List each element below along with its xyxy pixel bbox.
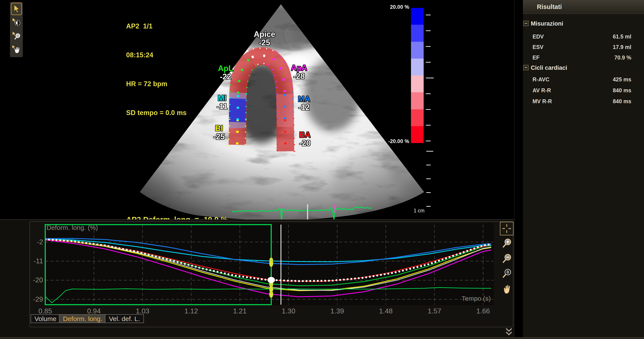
result-row-mv-rr: MV R-R 840 ms bbox=[523, 96, 644, 106]
brightness-tool-button[interactable] bbox=[11, 16, 22, 28]
tab-deform-long[interactable]: Deform. long. bbox=[59, 314, 106, 323]
strain-chart[interactable]: -2-11-20-290.850.941.031.121.211.301.391… bbox=[28, 221, 515, 328]
colorbar-band bbox=[411, 59, 424, 76]
colorbar-max-label: 20.00 % bbox=[370, 4, 409, 10]
depth-ruler-tick bbox=[426, 206, 431, 207]
y-tick-label: -29 bbox=[33, 295, 43, 303]
window-bottom-edge bbox=[0, 337, 644, 339]
x-tick-label: 0.94 bbox=[87, 307, 100, 315]
depth-ruler-tick bbox=[426, 151, 433, 152]
cursor-marker-global bbox=[268, 277, 275, 283]
zoom-in-icon bbox=[501, 237, 512, 249]
colorbar-tick bbox=[426, 78, 434, 78]
x-tick-label: 1.66 bbox=[476, 307, 490, 315]
chart-zoom-out-button[interactable] bbox=[500, 252, 514, 265]
colorbar-tick bbox=[426, 15, 431, 15]
results-sidebar-header: Risultati bbox=[523, 0, 644, 14]
pointer-magnify-icon bbox=[12, 32, 20, 39]
chart-caliper-tool-button[interactable] bbox=[500, 222, 514, 235]
cursor-marker bbox=[269, 285, 273, 292]
hand-icon bbox=[501, 283, 512, 294]
group-misurazioni: − Misurazioni bbox=[523, 19, 644, 29]
result-row-r-avc: R-AVC 425 ms bbox=[523, 74, 644, 84]
colorbar-tick bbox=[426, 46, 431, 47]
y-tick-label: -2 bbox=[37, 238, 43, 246]
segment-label-mi: MI -11 bbox=[207, 94, 238, 111]
x-tick-label: 1.30 bbox=[282, 307, 295, 315]
x-axis-label: Tempo (s) bbox=[462, 295, 491, 302]
colorbar-tick bbox=[426, 31, 431, 31]
y-tick-label: -20 bbox=[33, 276, 43, 284]
colorbar-band bbox=[411, 8, 424, 25]
colorbar-band bbox=[411, 42, 424, 59]
svg-text:0: 0 bbox=[506, 270, 509, 274]
segment-label-ba: BA -20 bbox=[290, 131, 320, 147]
collapse-analysis-button[interactable] bbox=[504, 327, 514, 337]
colorbar-min-label: -20.00 % bbox=[370, 138, 409, 144]
colorbar-tick bbox=[426, 141, 431, 141]
chart-pan-button[interactable] bbox=[500, 282, 514, 295]
result-row-esv: ESV 17.9 ml bbox=[523, 42, 644, 52]
chart-title: Deform. long. (%) bbox=[46, 224, 98, 231]
chart-zoom-in-button[interactable] bbox=[500, 237, 514, 250]
roi-box[interactable] bbox=[45, 225, 271, 305]
depth-ruler-tick bbox=[426, 192, 431, 193]
echo-strain-app: AP2 1/1 08:15:24 HR = 72 bpm SD tempo = … bbox=[0, 0, 644, 339]
result-row-av-rr: AV R-R 840 ms bbox=[523, 85, 644, 95]
chart-zoom-reset-button[interactable]: 0 bbox=[500, 267, 514, 280]
segment-label-apl: ApL -22 bbox=[210, 64, 241, 81]
colorbar-tick bbox=[426, 93, 431, 94]
sidebar-title: Risultati bbox=[537, 0, 562, 14]
segment-label-bi: BI -25 bbox=[204, 124, 234, 141]
segment-label-ma: MA -12 bbox=[289, 95, 320, 112]
strain-colorbar bbox=[411, 8, 424, 143]
timestamp: 08:15:24 bbox=[126, 50, 187, 60]
colorbar-band bbox=[411, 109, 424, 126]
x-tick-label: 1.03 bbox=[136, 307, 149, 315]
double-chevron-down-icon bbox=[504, 327, 514, 337]
result-row-edv: EDV 61.5 ml bbox=[523, 32, 644, 42]
collapse-group-button[interactable]: − bbox=[523, 21, 528, 26]
pointer-brightness-icon bbox=[12, 18, 21, 26]
result-row-ef: EF 70.9 % bbox=[523, 53, 644, 63]
pan-tool-button[interactable] bbox=[11, 43, 22, 55]
crosshair-icon bbox=[502, 223, 512, 234]
tool-palette bbox=[10, 2, 23, 57]
magnify-tool-button[interactable] bbox=[11, 30, 22, 42]
cursor-marker bbox=[269, 260, 273, 267]
view-label: AP2 1/1 bbox=[126, 22, 187, 31]
colorbar-tick bbox=[426, 125, 431, 126]
acquisition-info: AP2 1/1 08:15:24 HR = 72 bpm SD tempo = … bbox=[126, 2, 187, 137]
colorbar-band bbox=[411, 126, 424, 143]
heart-rate: HR = 72 bpm bbox=[126, 79, 187, 89]
tab-vel-def-l[interactable]: Vel. def. L. bbox=[105, 314, 144, 323]
y-tick-label: -11 bbox=[34, 257, 43, 265]
collapse-group-button[interactable]: − bbox=[523, 65, 528, 70]
zoom-reset-icon: 0 bbox=[501, 268, 512, 279]
depth-scale-label: 1 cm bbox=[403, 208, 424, 214]
colorbar-band bbox=[411, 76, 424, 92]
depth-ruler-tick bbox=[426, 178, 431, 179]
segment-label-apa: ApA -28 bbox=[284, 64, 314, 81]
depth-ruler-tick bbox=[426, 165, 431, 165]
x-tick-label: 1.57 bbox=[428, 307, 441, 315]
pointer-icon bbox=[12, 4, 20, 14]
x-tick-label: 1.21 bbox=[233, 307, 246, 315]
segment-label-apice: Apice -25 bbox=[249, 30, 280, 47]
sd-time: SD tempo = 0.0 ms bbox=[126, 108, 187, 118]
colorbar-band bbox=[411, 92, 424, 109]
x-tick-label: 1.48 bbox=[379, 307, 392, 315]
x-tick-label: 1.12 bbox=[184, 307, 198, 315]
panel-divider bbox=[514, 0, 523, 339]
pointer-pan-icon bbox=[12, 45, 20, 53]
group-cicli-cardiaci: − Cicli cardiaci bbox=[523, 63, 644, 73]
x-tick-label: 1.39 bbox=[330, 307, 344, 315]
zoom-out-icon bbox=[501, 253, 512, 265]
colorbar-band bbox=[411, 25, 424, 42]
colorbar-tick bbox=[426, 109, 431, 110]
colorbar-tick bbox=[426, 62, 431, 63]
x-tick-label: 0.85 bbox=[38, 307, 52, 315]
pointer-tool-button[interactable] bbox=[11, 3, 22, 15]
tab-volume[interactable]: Volume bbox=[30, 314, 60, 323]
series-ECG bbox=[45, 287, 491, 303]
